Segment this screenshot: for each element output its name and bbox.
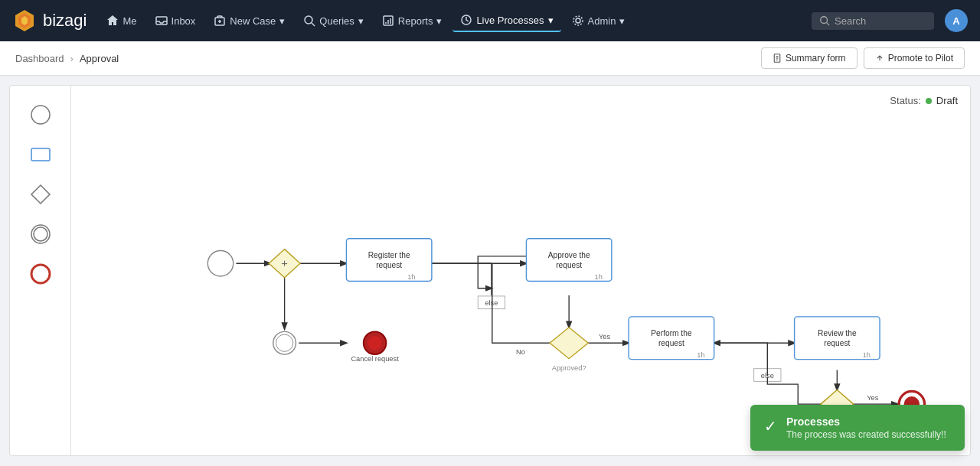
gateway-plus-label: + <box>281 257 288 269</box>
newcase-dropdown-icon: ▾ <box>279 15 285 27</box>
svg-point-14 <box>821 17 828 24</box>
main-nav: bizagi Me Inbox New Case ▾ Queries ▾ Rep… <box>0 0 980 41</box>
toast-notification: ✓ Processes The process was created succ… <box>750 405 965 451</box>
gateway-approved-label: Approved? <box>552 364 586 372</box>
nav-liveprocesses[interactable]: Live Processes ▾ <box>452 9 560 32</box>
reports-icon <box>382 15 394 27</box>
newcase-icon <box>214 15 226 27</box>
task-approve-label2: request <box>556 261 582 269</box>
svg-point-20 <box>31 106 50 124</box>
svg-point-24 <box>34 227 47 241</box>
breadcrumb-actions: Summary form Promote to Pilot <box>761 47 965 69</box>
liveprocesses-dropdown-icon: ▾ <box>548 15 554 26</box>
toast-title: Processes <box>786 415 946 428</box>
breadcrumb: Dashboard › Approval Summary form Promot… <box>0 41 980 76</box>
palette-rect[interactable] <box>27 141 54 168</box>
nav-admin[interactable]: Admin ▾ <box>564 10 633 31</box>
search-input[interactable] <box>835 15 926 27</box>
task-register-label1: Register the <box>368 251 410 259</box>
palette-intermediate-circle[interactable] <box>27 220 54 248</box>
summary-form-button[interactable]: Summary form <box>761 47 858 69</box>
svg-point-12 <box>576 18 580 23</box>
nav-reports[interactable]: Reports ▾ <box>374 10 450 31</box>
svg-line-6 <box>312 23 315 26</box>
search-icon <box>819 15 830 26</box>
flow-else-loop <box>478 256 526 288</box>
end-cancel-label: Cancel request <box>351 355 399 363</box>
task-review-label2: request <box>824 339 850 347</box>
end-cancel-inner <box>368 336 382 350</box>
diagram-canvas[interactable]: Status: Draft else <box>71 86 970 455</box>
diagram-container: Status: Draft else <box>9 85 971 456</box>
svg-line-15 <box>827 23 830 26</box>
task-approve-label1: Approve the <box>548 251 590 259</box>
logo-icon <box>12 8 37 33</box>
palette-diamond[interactable] <box>27 181 54 208</box>
start-event[interactable] <box>207 250 233 275</box>
yes-complete-label: Yes <box>867 394 878 402</box>
breadcrumb-separator: › <box>70 53 74 64</box>
task-register-label2: request <box>376 261 402 269</box>
else1-label: else <box>485 299 498 307</box>
queries-dropdown-icon: ▾ <box>358 15 364 27</box>
yes-approved-label: Yes <box>599 333 610 341</box>
task-review-label1: Review the <box>818 329 857 337</box>
task-register[interactable] <box>346 239 431 282</box>
svg-marker-22 <box>31 185 50 204</box>
nav-inbox[interactable]: Inbox <box>148 10 204 31</box>
toast-message: The process was created successfully!! <box>786 429 946 440</box>
task-register-time: 1h <box>407 273 415 281</box>
inbox-icon <box>155 15 168 27</box>
admin-icon <box>572 15 584 27</box>
search-box[interactable] <box>812 12 934 30</box>
palette-circle[interactable] <box>27 101 54 129</box>
admin-dropdown-icon: ▾ <box>619 15 625 27</box>
toast-check-icon: ✓ <box>764 417 777 435</box>
nav-newcase[interactable]: New Case ▾ <box>206 10 292 31</box>
task-approve-time: 1h <box>595 273 603 281</box>
promote-to-pilot-button[interactable]: Promote to Pilot <box>864 47 965 69</box>
svg-point-13 <box>573 16 583 25</box>
toast-content: Processes The process was created succes… <box>786 415 946 440</box>
gateway-cancel-inner <box>276 334 292 351</box>
gateway-approved[interactable] <box>550 328 588 359</box>
task-perform-label1: Perform the <box>651 329 692 337</box>
nav-queries[interactable]: Queries ▾ <box>296 10 371 31</box>
nav-me[interactable]: Me <box>99 10 144 31</box>
task-perform-label2: request <box>658 339 684 347</box>
svg-point-5 <box>305 16 312 24</box>
no-approved-label: No <box>516 348 525 356</box>
document-icon <box>773 54 782 63</box>
logo: bizagi <box>12 8 87 33</box>
breadcrumb-parent[interactable]: Dashboard <box>15 53 64 64</box>
home-icon <box>106 15 119 27</box>
avatar[interactable]: A <box>945 9 968 32</box>
queries-icon <box>303 15 315 27</box>
palette-end-circle[interactable] <box>27 260 54 288</box>
reports-dropdown-icon: ▾ <box>436 15 442 27</box>
task-perform-time: 1h <box>697 351 704 359</box>
promote-icon <box>875 54 884 63</box>
breadcrumb-current: Approval <box>80 53 119 64</box>
task-review-time: 1h <box>863 351 871 359</box>
logo-text: bizagi <box>43 11 87 31</box>
shape-palette <box>10 86 71 455</box>
svg-rect-21 <box>31 148 50 161</box>
svg-point-25 <box>31 265 50 283</box>
liveprocesses-icon <box>460 14 472 26</box>
process-diagram: else Yes No else <box>71 86 970 455</box>
